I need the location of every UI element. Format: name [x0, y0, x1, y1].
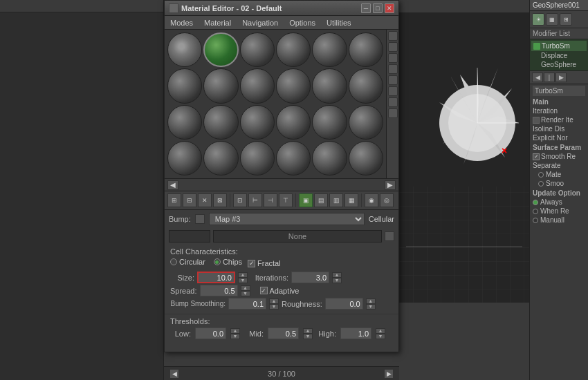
modifier-displace[interactable]: Displace	[531, 51, 587, 60]
mat-ball-23[interactable]	[349, 141, 383, 175]
toolbar-btn-8[interactable]: ⊤	[279, 193, 293, 207]
nav-prev-arrow[interactable]: ◀	[167, 180, 178, 190]
mat-ball-9[interactable]	[276, 68, 311, 103]
roughness-up-btn[interactable]: ▲	[366, 298, 376, 304]
maximize-button[interactable]: □	[373, 3, 383, 13]
mat-ball-18[interactable]	[167, 141, 202, 175]
nav-next-btn[interactable]: ▶	[384, 369, 394, 379]
spread-up-btn[interactable]: ▲	[241, 285, 250, 291]
size-up-btn[interactable]: ▲	[238, 272, 248, 278]
mat-ball-0[interactable]	[167, 32, 202, 67]
iterations-input[interactable]	[291, 272, 329, 283]
mat-ball-8[interactable]	[240, 68, 275, 103]
bumpsmooth-down-btn[interactable]: ▼	[269, 304, 279, 310]
toolbar-btn-9[interactable]: ▣	[299, 193, 313, 207]
sidebar-btn-7[interactable]	[388, 97, 398, 107]
sidebar-btn-8[interactable]	[388, 108, 398, 118]
mat-ball-20[interactable]	[240, 141, 275, 175]
toolbar-btn-7[interactable]: ⊣	[264, 193, 277, 207]
high-input[interactable]	[340, 327, 371, 339]
minimize-button[interactable]: ─	[361, 3, 371, 13]
chips-radio[interactable]	[214, 258, 221, 265]
toolbar-btn-14[interactable]: ◎	[380, 193, 394, 207]
high-down-btn[interactable]: ▼	[376, 334, 385, 339]
mat-ball-14[interactable]	[240, 105, 275, 140]
toolbar-btn-2[interactable]: ⊟	[183, 193, 196, 207]
mat-ball-11[interactable]	[349, 68, 383, 103]
menu-modes[interactable]: Modes	[165, 16, 199, 29]
manually-radio[interactable]	[533, 218, 538, 223]
toolbar-btn-10[interactable]: ▤	[314, 193, 328, 207]
bump-dropper[interactable]	[195, 214, 205, 224]
mat-ball-3[interactable]	[276, 32, 311, 67]
chips-radio-item[interactable]: Chips	[214, 258, 242, 266]
circular-radio-item[interactable]: Circular	[170, 258, 205, 266]
toolbar-btn-1[interactable]: ⊞	[167, 193, 181, 207]
always-radio[interactable]	[533, 200, 538, 205]
high-up-btn[interactable]: ▲	[376, 328, 385, 334]
modifier-turbosm[interactable]: TurboSm	[531, 41, 587, 51]
toolbar-btn-13[interactable]: ◉	[365, 193, 378, 207]
fractal-check[interactable]: Fractal	[248, 259, 281, 267]
none-input[interactable]	[213, 230, 382, 243]
close-button[interactable]: ✕	[385, 3, 394, 13]
mat-ball-1[interactable]	[203, 32, 238, 67]
mate-radio[interactable]	[538, 172, 544, 178]
toolbar-btn-5[interactable]: ⊡	[233, 193, 247, 207]
sidebar-btn-4[interactable]	[388, 64, 398, 74]
menu-navigation[interactable]: Navigation	[237, 16, 284, 29]
mat-ball-10[interactable]	[312, 68, 347, 103]
when-re-radio[interactable]	[533, 209, 538, 214]
toolbar-btn-3[interactable]: ✕	[198, 193, 212, 207]
adaptive-checkbox[interactable]	[260, 287, 268, 294]
smoo-radio[interactable]	[538, 181, 544, 187]
sidebar-btn-5[interactable]	[388, 75, 398, 85]
none-color-swatch[interactable]	[169, 230, 210, 243]
none-checkbox[interactable]	[385, 231, 394, 241]
mat-ball-5[interactable]	[349, 32, 383, 67]
bump-smoothing-input[interactable]	[228, 298, 266, 310]
adaptive-check[interactable]: Adaptive	[260, 287, 300, 295]
mat-ball-4[interactable]	[312, 32, 347, 67]
spread-down-btn[interactable]: ▼	[241, 291, 250, 296]
low-up-btn[interactable]: ▲	[230, 328, 240, 334]
mid-down-btn[interactable]: ▼	[303, 334, 313, 339]
mid-input[interactable]	[268, 327, 299, 339]
mat-ball-2[interactable]	[240, 32, 275, 67]
smooth-re-check[interactable]: ✓	[533, 153, 540, 160]
menu-material[interactable]: Material	[199, 16, 237, 29]
size-down-btn[interactable]: ▼	[238, 278, 248, 283]
mat-ball-22[interactable]	[312, 141, 347, 175]
bumpsmooth-up-btn[interactable]: ▲	[269, 298, 279, 304]
mat-ball-19[interactable]	[203, 141, 238, 175]
toolbar-btn-4[interactable]: ⊠	[213, 193, 227, 207]
low-down-btn[interactable]: ▼	[230, 334, 240, 339]
mat-ball-17[interactable]	[349, 105, 383, 140]
mat-ball-16[interactable]	[312, 105, 347, 140]
mat-ball-7[interactable]	[203, 68, 238, 103]
nav-icon-1[interactable]: ☀	[532, 13, 544, 26]
toolbar-btn-6[interactable]: ⊢	[248, 193, 262, 207]
mat-ball-12[interactable]	[167, 105, 202, 140]
low-input[interactable]	[195, 327, 226, 339]
mat-ball-13[interactable]	[203, 105, 238, 140]
modifier-geosphere[interactable]: GeoSphere	[531, 60, 587, 69]
menu-options[interactable]: Options	[284, 16, 321, 29]
menu-utilities[interactable]: Utilities	[321, 16, 356, 29]
fractal-checkbox[interactable]	[248, 260, 255, 267]
mat-ball-6[interactable]	[167, 68, 202, 103]
nav-up-btn[interactable]: ◀	[532, 73, 543, 82]
mat-ball-15[interactable]	[276, 105, 311, 140]
circular-radio[interactable]	[170, 258, 177, 265]
render-items-check[interactable]	[533, 117, 540, 124]
sidebar-btn-1[interactable]	[388, 31, 398, 41]
nav-next-arrow[interactable]: ▶	[385, 180, 396, 190]
iterations-up-btn[interactable]: ▲	[332, 272, 342, 278]
sidebar-btn-3[interactable]	[388, 53, 398, 63]
iterations-down-btn[interactable]: ▼	[332, 278, 342, 283]
mid-up-btn[interactable]: ▲	[303, 328, 313, 334]
sidebar-btn-6[interactable]	[388, 86, 398, 96]
nav-icon-2[interactable]: ▦	[546, 13, 558, 26]
toolbar-btn-12[interactable]: ▦	[344, 193, 358, 207]
toolbar-btn-11[interactable]: ▥	[329, 193, 343, 207]
